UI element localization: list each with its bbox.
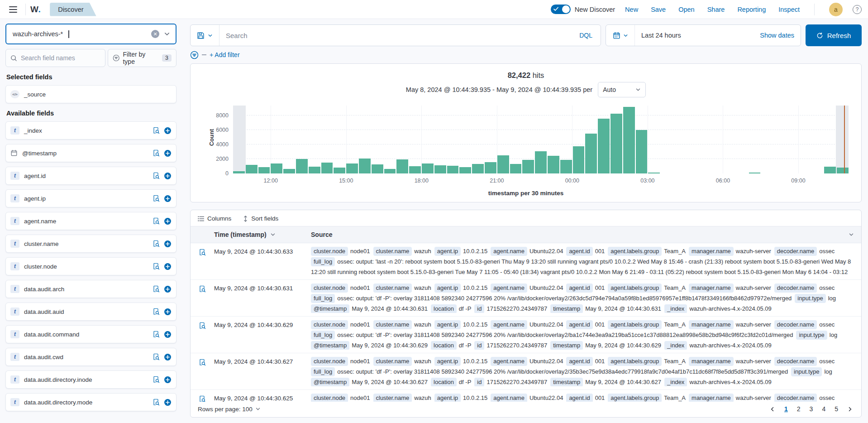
expand-document-button[interactable]	[199, 322, 206, 350]
histogram-bar[interactable]	[396, 159, 408, 173]
histogram-bar[interactable]	[346, 163, 358, 173]
time-column-header[interactable]: Time (timestamp)	[214, 226, 311, 243]
date-picker-menu-button[interactable]	[606, 25, 635, 46]
filter-by-type-button[interactable]: Filter by type 3	[108, 49, 176, 67]
wazuh-logo[interactable]: W.	[30, 5, 41, 14]
field-item-data.audit.command[interactable]: tdata.audit.command	[5, 325, 176, 343]
search-input[interactable]: Search	[219, 32, 571, 39]
histogram-bar[interactable]	[409, 166, 421, 173]
index-pattern-select[interactable]: wazuh-archives-* ✕	[5, 24, 176, 44]
menu-icon[interactable]	[5, 2, 21, 17]
filter-set-icon[interactable]	[190, 51, 199, 59]
histogram-bar[interactable]	[422, 163, 434, 173]
header-link-reporting[interactable]: Reporting	[737, 6, 766, 13]
next-page-button[interactable]	[847, 406, 853, 412]
histogram-bar[interactable]	[535, 151, 547, 173]
field-item-cluster.node[interactable]: tcluster.node	[5, 257, 176, 275]
page-button-1[interactable]: 1	[784, 405, 788, 413]
page-button-5[interactable]: 5	[835, 405, 838, 413]
saved-queries-button[interactable]	[191, 25, 219, 46]
avatar[interactable]: a	[829, 3, 843, 16]
add-field-button[interactable]	[164, 376, 172, 384]
tab-discover[interactable]: Discover	[50, 3, 96, 16]
header-link-new[interactable]: New	[625, 6, 638, 13]
histogram-bar[interactable]	[485, 162, 496, 173]
histogram-bar[interactable]	[447, 166, 459, 173]
add-filter-button[interactable]: + Add filter	[210, 51, 240, 58]
visualize-field-button[interactable]	[153, 172, 160, 179]
search-field-names-input[interactable]: Search field names	[5, 49, 105, 67]
source-column-header[interactable]: Source	[311, 226, 861, 243]
histogram-bar[interactable]	[334, 168, 345, 173]
chevron-down-icon[interactable]	[164, 31, 170, 37]
histogram-bar[interactable]	[837, 168, 849, 173]
histogram-bar[interactable]	[372, 164, 383, 173]
page-button-2[interactable]: 2	[797, 405, 801, 413]
histogram-bar[interactable]	[824, 167, 836, 173]
field-item-agent.name[interactable]: tagent.name	[5, 212, 176, 230]
columns-button[interactable]: Columns	[198, 215, 231, 222]
expand-document-button[interactable]	[199, 395, 206, 402]
visualize-field-button[interactable]	[153, 376, 160, 383]
visualize-field-button[interactable]	[153, 217, 160, 225]
field-item-@timestamp[interactable]: @timestamp	[5, 144, 176, 162]
add-field-button[interactable]	[164, 240, 172, 248]
add-field-button[interactable]	[164, 172, 172, 180]
field-item-data.audit.auid[interactable]: tdata.audit.auid	[5, 303, 176, 321]
histogram-bar[interactable]	[246, 165, 258, 173]
field-item-cluster.name[interactable]: tcluster.name	[5, 235, 176, 253]
field-item-_source[interactable]: </>_source	[5, 85, 176, 103]
query-language-button[interactable]: DQL	[571, 32, 601, 39]
help-icon[interactable]: ?	[853, 5, 862, 14]
visualize-field-button[interactable]	[153, 149, 160, 157]
visualize-field-button[interactable]	[153, 285, 160, 293]
histogram-bar[interactable]	[598, 119, 610, 173]
histogram-bar[interactable]	[258, 167, 270, 173]
histogram-bar[interactable]	[585, 134, 597, 173]
add-field-button[interactable]	[164, 149, 172, 157]
histogram-bar[interactable]	[573, 146, 585, 173]
interval-select[interactable]: Auto	[598, 82, 646, 97]
histogram-bar[interactable]	[459, 167, 471, 173]
show-dates-button[interactable]: Show dates	[754, 32, 801, 39]
previous-page-button[interactable]	[769, 406, 775, 412]
time-range-value[interactable]: Last 24 hours	[635, 32, 754, 39]
histogram-bar[interactable]	[384, 169, 396, 173]
histogram-bar[interactable]	[522, 160, 534, 173]
field-item-data.audit.directory.inode[interactable]: tdata.audit.directory.inode	[5, 370, 176, 389]
page-button-3[interactable]: 3	[810, 405, 813, 413]
histogram-bar[interactable]	[321, 163, 333, 173]
histogram-chart[interactable]: 0200040006000800012:0015:0018:0021:0000:…	[233, 106, 849, 173]
add-field-button[interactable]	[164, 331, 172, 338]
add-field-button[interactable]	[164, 195, 172, 202]
refresh-button[interactable]: Refresh	[806, 24, 862, 46]
new-discover-toggle[interactable]	[551, 5, 571, 14]
add-field-button[interactable]	[164, 263, 172, 270]
histogram-bar[interactable]	[296, 159, 308, 173]
add-field-button[interactable]	[164, 353, 172, 361]
histogram-bar[interactable]	[233, 171, 245, 173]
histogram-bar[interactable]	[560, 160, 572, 173]
header-link-inspect[interactable]: Inspect	[778, 6, 800, 13]
rows-per-page-button[interactable]: Rows per page: 100	[198, 406, 261, 413]
visualize-field-button[interactable]	[153, 353, 160, 361]
histogram-bar[interactable]	[497, 155, 509, 173]
visualize-field-button[interactable]	[153, 240, 160, 247]
histogram-bar[interactable]	[309, 167, 320, 173]
histogram-bar[interactable]	[636, 130, 648, 173]
histogram-bar[interactable]	[548, 156, 559, 173]
expand-document-button[interactable]	[199, 249, 206, 276]
visualize-field-button[interactable]	[153, 399, 160, 406]
clear-icon[interactable]: ✕	[151, 30, 159, 38]
histogram-bar[interactable]	[623, 107, 635, 173]
expand-document-button[interactable]	[199, 285, 206, 313]
visualize-field-button[interactable]	[153, 263, 160, 270]
header-link-save[interactable]: Save	[651, 6, 666, 13]
field-item-data.audit.directory.mode[interactable]: tdata.audit.directory.mode	[5, 393, 176, 411]
histogram-bar[interactable]	[610, 114, 622, 173]
field-item-_index[interactable]: t_index	[5, 121, 176, 139]
add-field-button[interactable]	[164, 399, 172, 406]
histogram-bar[interactable]	[648, 173, 660, 173]
histogram-bar[interactable]	[510, 164, 522, 173]
field-item-data.audit.arch[interactable]: tdata.audit.arch	[5, 280, 176, 298]
